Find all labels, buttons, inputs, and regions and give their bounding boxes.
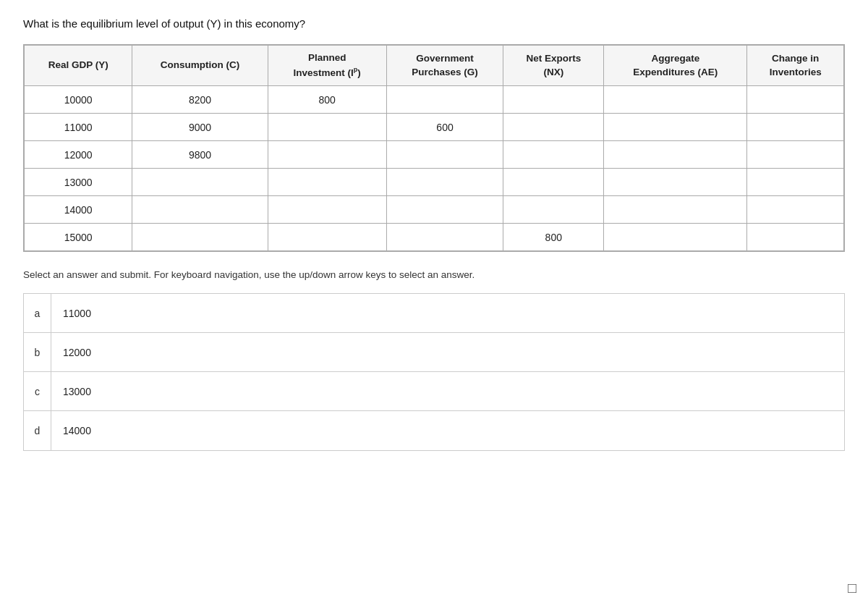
col-header-net_exports: Net Exports(NX): [503, 46, 604, 86]
answer-row-b[interactable]: b12000: [24, 333, 844, 372]
cell-real_gdp-5: 15000: [25, 224, 132, 251]
answer-letter-d: d: [24, 411, 51, 450]
answer-value-d: 14000: [51, 411, 844, 450]
cell-agg_expenditures-1: [604, 114, 747, 141]
instruction-text: Select an answer and submit. For keyboar…: [23, 269, 845, 280]
cell-consumption-3: [132, 169, 268, 196]
answer-options: a11000b12000c13000d14000: [23, 293, 845, 451]
cell-consumption-1: 9000: [132, 114, 268, 141]
cell-planned_inv-5: [268, 224, 386, 251]
answer-row-d[interactable]: d14000: [24, 411, 844, 450]
cell-change_inv-0: [747, 86, 844, 114]
col-header-real_gdp: Real GDP (Y): [25, 46, 132, 86]
table-row: 120009800: [25, 141, 844, 169]
cell-agg_expenditures-2: [604, 141, 747, 169]
cell-real_gdp-4: 14000: [25, 196, 132, 224]
cell-gov_purchases-3: [386, 169, 503, 196]
cell-gov_purchases-5: [386, 224, 503, 251]
answer-letter-a: a: [24, 294, 51, 332]
col-header-gov_purchases: GovernmentPurchases (G): [386, 46, 503, 86]
col-header-planned_inv: PlannedInvestment (Ip): [268, 46, 386, 86]
answer-row-a[interactable]: a11000: [24, 294, 844, 333]
table-row: 15000800: [25, 224, 844, 251]
cell-agg_expenditures-4: [604, 196, 747, 224]
cell-planned_inv-2: [268, 141, 386, 169]
data-table: Real GDP (Y)Consumption (C)PlannedInvest…: [23, 44, 845, 252]
cell-agg_expenditures-0: [604, 86, 747, 114]
cell-real_gdp-1: 11000: [25, 114, 132, 141]
cell-change_inv-5: [747, 224, 844, 251]
cell-change_inv-1: [747, 114, 844, 141]
answer-row-c[interactable]: c13000: [24, 372, 844, 411]
cell-net_exports-4: [503, 196, 604, 224]
cell-net_exports-1: [503, 114, 604, 141]
table-row: 13000: [25, 169, 844, 196]
cell-change_inv-3: [747, 169, 844, 196]
cell-real_gdp-2: 12000: [25, 141, 132, 169]
cell-gov_purchases-1: 600: [386, 114, 503, 141]
cell-consumption-4: [132, 196, 268, 224]
cell-agg_expenditures-3: [604, 169, 747, 196]
col-header-consumption: Consumption (C): [132, 46, 268, 86]
col-header-agg_expenditures: AggregateExpenditures (AE): [604, 46, 747, 86]
cell-planned_inv-4: [268, 196, 386, 224]
answer-letter-b: b: [24, 333, 51, 371]
table-row: 110009000600: [25, 114, 844, 141]
answer-letter-c: c: [24, 372, 51, 410]
cell-net_exports-2: [503, 141, 604, 169]
table-row: 100008200800: [25, 86, 844, 114]
cell-agg_expenditures-5: [604, 224, 747, 251]
cell-net_exports-3: [503, 169, 604, 196]
cell-planned_inv-3: [268, 169, 386, 196]
cell-consumption-5: [132, 224, 268, 251]
cell-net_exports-5: 800: [503, 224, 604, 251]
cell-gov_purchases-2: [386, 141, 503, 169]
cell-real_gdp-0: 10000: [25, 86, 132, 114]
cell-change_inv-4: [747, 196, 844, 224]
cell-real_gdp-3: 13000: [25, 169, 132, 196]
cell-net_exports-0: [503, 86, 604, 114]
cell-planned_inv-0: 800: [268, 86, 386, 114]
cell-planned_inv-1: [268, 114, 386, 141]
answer-value-a: 11000: [51, 294, 844, 332]
cell-consumption-2: 9800: [132, 141, 268, 169]
answer-value-c: 13000: [51, 372, 844, 410]
cell-change_inv-2: [747, 141, 844, 169]
cell-gov_purchases-4: [386, 196, 503, 224]
col-header-change_inv: Change inInventories: [747, 46, 844, 86]
expand-icon[interactable]: □: [848, 580, 856, 596]
question-text: What is the equilibrium level of output …: [23, 17, 845, 30]
answer-value-b: 12000: [51, 333, 844, 371]
cell-consumption-0: 8200: [132, 86, 268, 114]
cell-gov_purchases-0: [386, 86, 503, 114]
table-row: 14000: [25, 196, 844, 224]
